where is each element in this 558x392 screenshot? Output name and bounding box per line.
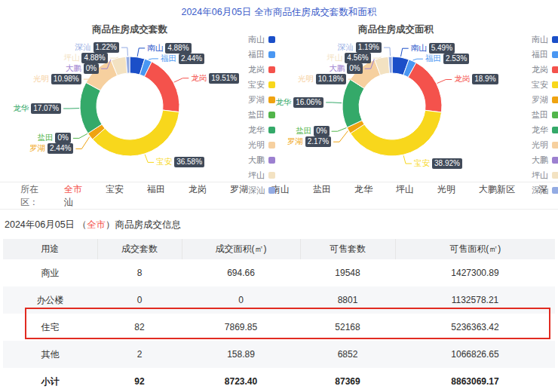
pie-label-line xyxy=(401,48,409,57)
table-cell: 158.89 xyxy=(182,341,300,368)
pie-label-line xyxy=(121,47,128,56)
pie-label-line xyxy=(326,103,342,103)
legend-label: 龙华 xyxy=(532,124,548,136)
legend-swatch xyxy=(552,127,558,133)
table-row-xiaoji: 小计928723.40873698863069.17 xyxy=(3,368,555,392)
legend-label: 福田 xyxy=(532,49,548,60)
legend-item-nanshan[interactable]: 南山 xyxy=(244,34,275,45)
legend-item-longgang[interactable]: 龙岗 xyxy=(527,64,558,75)
filter-option-yantian[interactable]: 盐田 xyxy=(313,184,331,194)
pie-label-value-badge: 2.44% xyxy=(48,143,73,154)
pie-label-value-badge: 38.92% xyxy=(432,158,462,169)
legend-label: 罗湖 xyxy=(532,94,548,106)
table-cell: 5236363.42 xyxy=(395,314,555,341)
legend-label: 盐田 xyxy=(532,109,548,121)
pie-label-name: 龙华 xyxy=(13,103,29,114)
pie-label-line xyxy=(174,78,189,82)
pie-label-line xyxy=(332,128,347,132)
filter-option-shenshan[interactable]: 深汕 xyxy=(64,184,547,207)
table-row-bangonglou: 办公楼0088011132578.21 xyxy=(3,286,555,314)
legend-item-longhua[interactable]: 龙华 xyxy=(527,124,558,136)
legend-item-dapeng[interactable]: 大鹏 xyxy=(244,155,275,166)
pie-label-name: 龙华 xyxy=(275,97,291,108)
legend-item-nanshan[interactable]: 南山 xyxy=(527,34,558,45)
chart-legend: 南山福田龙岗宝安罗湖盐田龙华光明大鹏坪山深汕 xyxy=(527,34,558,200)
legend-item-futian[interactable]: 福田 xyxy=(244,49,275,60)
pie-label-value-badge: 4.88% xyxy=(81,53,107,63)
legend-swatch xyxy=(552,81,558,88)
donut-segment-baoan[interactable] xyxy=(351,110,442,156)
legend-item-longhua[interactable]: 龙华 xyxy=(244,124,275,136)
legend-label: 盐田 xyxy=(248,109,265,121)
table-header-row: 用途成交套数成交面积(㎡)可售套数可售面积(㎡) xyxy=(3,239,555,259)
pie-label-yantian: 盐田0% xyxy=(296,126,329,136)
pie-label-value-badge: 10.18% xyxy=(316,74,346,84)
table-cell: 19548 xyxy=(300,259,395,286)
legend-item-luohu[interactable]: 罗湖 xyxy=(244,94,275,106)
legend-item-shenshan[interactable]: 深汕 xyxy=(244,185,275,196)
donut-segment-longhua[interactable] xyxy=(80,83,102,133)
filter-option-dapengxinqu[interactable]: 大鹏新区 xyxy=(479,184,515,194)
pie-label-luohu: 罗湖2.44% xyxy=(29,143,73,154)
table-cell: 92 xyxy=(97,368,182,392)
legend-label: 罗湖 xyxy=(248,94,265,106)
legend-label: 大鹏 xyxy=(532,155,548,166)
legend-label: 南山 xyxy=(532,34,548,45)
legend-swatch xyxy=(268,142,275,149)
filter-option-baoan[interactable]: 宝安 xyxy=(106,184,124,194)
pie-label-value-badge: 17.07% xyxy=(31,103,61,114)
legend-item-baoan[interactable]: 宝安 xyxy=(244,79,275,90)
legend-item-yantian[interactable]: 盐田 xyxy=(244,109,275,121)
donut-segment-longgang[interactable] xyxy=(145,62,179,112)
legend-item-luohu[interactable]: 罗湖 xyxy=(527,94,558,106)
filter-option-pingshan[interactable]: 坪山 xyxy=(396,184,414,194)
filter-option-quanshi[interactable]: 全市 xyxy=(64,184,82,194)
filter-option-guangming[interactable]: 光明 xyxy=(437,184,455,194)
table-cell: 8863069.17 xyxy=(395,368,555,392)
legend-item-shenshan[interactable]: 深汕 xyxy=(527,185,558,196)
legend-swatch xyxy=(268,127,275,133)
pie-label-line xyxy=(437,80,452,84)
filter-option-futian[interactable]: 福田 xyxy=(147,184,165,194)
legend-item-guangming[interactable]: 光明 xyxy=(244,139,275,151)
pie-label-name: 福田 xyxy=(161,54,176,64)
pie-label-longgang: 龙岗18.9% xyxy=(454,74,498,84)
legend-item-dapeng[interactable]: 大鹏 xyxy=(527,155,558,166)
donut-segment-longgang[interactable] xyxy=(408,63,442,112)
legend-swatch xyxy=(268,96,275,103)
filter-option-longhua[interactable]: 龙华 xyxy=(354,184,373,194)
legend-swatch xyxy=(552,112,558,118)
legend-item-pingshan[interactable]: 坪山 xyxy=(527,170,558,181)
deal-info-table-wrap: 用途成交套数成交面积(㎡)可售套数可售面积(㎡) 商业8694.66195481… xyxy=(3,239,555,392)
pie-label-name: 罗湖 xyxy=(287,136,303,147)
page-title: 2024年06月05日 全市商品住房成交套数和面积 xyxy=(0,0,558,19)
pie-label-value-badge: 0% xyxy=(84,63,99,74)
donut-chart xyxy=(0,20,279,182)
pie-label-value-badge: 36.58% xyxy=(174,157,204,167)
legend-item-baoan[interactable]: 宝安 xyxy=(527,79,558,90)
filter-label: 所在区： xyxy=(20,183,55,209)
pie-label-value-badge: 2.53% xyxy=(443,54,469,64)
table-cell: 82 xyxy=(97,314,182,341)
pie-label-value-badge: 4.56% xyxy=(345,53,370,63)
legend-label: 龙岗 xyxy=(532,64,548,75)
pie-label-name: 大鹏 xyxy=(329,63,345,74)
pie-label-line xyxy=(373,57,382,59)
legend-item-longgang[interactable]: 龙岗 xyxy=(244,64,275,75)
pie-label-dapeng: 大鹏0% xyxy=(66,63,99,74)
legend-item-pingshan[interactable]: 坪山 xyxy=(244,170,275,181)
pie-label-name: 盐田 xyxy=(296,126,311,136)
table-cell: 其他 xyxy=(3,341,97,368)
donut-segment-baoan[interactable] xyxy=(93,110,179,156)
pie-label-luohu: 罗湖2.17% xyxy=(287,136,331,147)
pie-label-name: 大鹏 xyxy=(66,63,81,74)
legend-swatch xyxy=(268,172,275,179)
pie-label-line xyxy=(384,47,391,56)
legend-label: 南山 xyxy=(248,34,265,45)
legend-label: 坪山 xyxy=(248,170,265,181)
legend-item-guangming[interactable]: 光明 xyxy=(527,139,558,151)
district-filter-bar: 所在区： 全市宝安福田龙岗罗湖南山盐田龙华坪山光明大鹏新区深汕 xyxy=(0,182,558,210)
filter-option-longgang[interactable]: 龙岗 xyxy=(189,184,207,194)
legend-item-yantian[interactable]: 盐田 xyxy=(527,109,558,121)
legend-item-futian[interactable]: 福田 xyxy=(527,49,558,60)
